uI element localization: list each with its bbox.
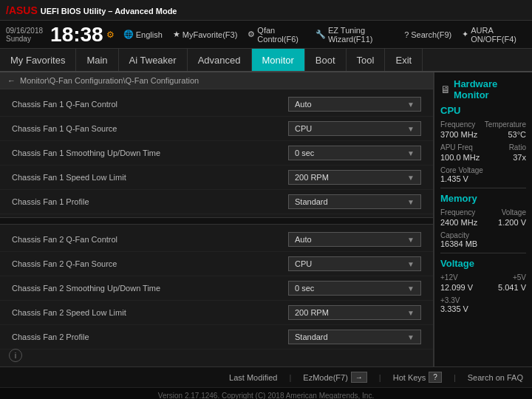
volt-33v-label: +3.3V	[440, 296, 526, 304]
top-bar: /ASUS UEFI BIOS Utility – Advanced Mode	[0, 0, 532, 21]
eztuning-button[interactable]: 🔧 EZ Tuning Wizard(F11)	[316, 26, 394, 44]
chevron-down-icon: ▼	[407, 100, 415, 109]
mem-freq-volt-values: 2400 MHz 1.200 V	[440, 218, 526, 230]
cf2-profile-dropdown[interactable]: Standard ▼	[288, 330, 421, 344]
time-display: 18:38	[50, 23, 103, 47]
hw-divider-1	[440, 188, 526, 188]
settings-group-2: Chassis Fan 2 Q-Fan Control Auto ▼ Chass…	[0, 225, 433, 352]
header-icons: 🌐 English ★ MyFavorite(F3) ⚙ Qfan Contro…	[123, 26, 526, 44]
cpu-apu-ratio-labels: APU Freq Ratio	[440, 143, 526, 151]
breadcrumb: ← Monitor\Q-Fan Configuration\Q-Fan Conf…	[0, 72, 433, 89]
nav-boot[interactable]: Boot	[305, 49, 347, 71]
nav-bar: My Favorites Main Ai Tweaker Advanced Mo…	[0, 49, 532, 72]
setting-cf1-qfan-control: Chassis Fan 1 Q-Fan Control Auto ▼	[0, 92, 433, 117]
cf2-smooth-dropdown[interactable]: 0 sec ▼	[288, 281, 421, 296]
settings-group-1: Chassis Fan 1 Q-Fan Control Auto ▼ Chass…	[0, 89, 433, 217]
setting-cf2-qfan-source: Chassis Fan 2 Q-Fan Source CPU ▼	[0, 252, 433, 276]
date-display: 09/16/2018 Sunday	[6, 27, 43, 43]
hardware-monitor-title: Hardware Monitor	[454, 78, 526, 100]
setting-cf1-profile: Chassis Fan 1 Profile Standard ▼	[0, 190, 433, 214]
nav-advanced[interactable]: Advanced	[188, 49, 252, 71]
voltage-section-title: Voltage	[440, 258, 526, 269]
nav-exit[interactable]: Exit	[385, 49, 423, 71]
footer: Version 2.17.1246. Copyright (C) 2018 Am…	[0, 387, 532, 399]
search-button[interactable]: ? Search(F9)	[404, 26, 451, 44]
qfan-icon: ⚙	[248, 30, 255, 39]
aura-button[interactable]: ✦ AURA ON/OFF(F4)	[462, 26, 526, 44]
nav-ai-tweaker[interactable]: Ai Tweaker	[119, 49, 188, 71]
chevron-down-icon: ▼	[407, 125, 415, 133]
settings-gear-icon[interactable]: ⚙	[106, 30, 115, 40]
star-icon: ★	[173, 30, 180, 39]
cpu-freq-temp-labels: Frequency Temperature	[440, 120, 526, 129]
setting-cf2-qfan-control: Chassis Fan 2 Q-Fan Control Auto ▼	[0, 228, 433, 252]
chevron-down-icon: ▼	[407, 236, 415, 244]
core-voltage-label: Core Voltage	[440, 166, 526, 174]
mem-capacity-value: 16384 MB	[440, 239, 526, 248]
mem-freq-volt-labels: Frequency Voltage	[440, 208, 526, 216]
core-voltage-value: 1.435 V	[440, 174, 526, 183]
cf2-qfan-source-dropdown[interactable]: CPU ▼	[288, 256, 421, 271]
section-divider	[0, 217, 433, 225]
language-button[interactable]: 🌐 English	[123, 26, 163, 44]
cf1-qfan-control-dropdown[interactable]: Auto ▼	[288, 97, 421, 112]
cf1-profile-dropdown[interactable]: Standard ▼	[288, 194, 421, 209]
setting-cf1-speed-low: Chassis Fan 1 Speed Low Limit 200 RPM ▼	[0, 166, 433, 190]
setting-cf2-smooth: Chassis Fan 2 Smoothing Up/Down Time 0 s…	[0, 276, 433, 301]
volt-12v-5v-labels: +12V +5V	[440, 273, 526, 282]
memory-section-title: Memory	[440, 193, 526, 204]
cpu-apu-ratio-values: 100.0 MHz 37x	[440, 153, 526, 165]
cf1-smooth-dropdown[interactable]: 0 sec ▼	[288, 146, 421, 160]
cf1-speed-low-dropdown[interactable]: 200 RPM ▼	[288, 170, 421, 185]
last-modified-item: Last Modified	[229, 373, 277, 382]
nav-main[interactable]: Main	[76, 49, 118, 71]
bios-title: UEFI BIOS Utility – Advanced Mode	[41, 7, 177, 16]
setting-cf2-speed-low: Chassis Fan 2 Speed Low Limit 200 RPM ▼	[0, 301, 433, 325]
myfavorites-button[interactable]: ★ MyFavorite(F3)	[173, 26, 238, 44]
cpu-freq-temp-values: 3700 MHz 53°C	[440, 130, 526, 142]
cf2-speed-low-dropdown[interactable]: 200 RPM ▼	[288, 305, 421, 320]
cf1-qfan-source-dropdown[interactable]: CPU ▼	[288, 121, 421, 136]
qfan-button[interactable]: ⚙ Qfan Control(F6)	[248, 26, 305, 44]
left-panel: ← Monitor\Q-Fan Configuration\Q-Fan Conf…	[0, 72, 434, 366]
cf2-qfan-control-dropdown[interactable]: Auto ▼	[288, 232, 421, 247]
nav-tool[interactable]: Tool	[347, 49, 386, 71]
back-arrow-icon[interactable]: ←	[7, 76, 16, 85]
hw-divider-2	[440, 253, 526, 253]
nav-my-favorites[interactable]: My Favorites	[0, 49, 76, 71]
asus-logo: /ASUS UEFI BIOS Utility – Advanced Mode	[6, 4, 177, 16]
chevron-down-icon: ▼	[407, 309, 415, 317]
search-faq-button[interactable]: Search on FAQ	[468, 373, 523, 382]
nav-monitor[interactable]: Monitor	[252, 49, 305, 71]
hardware-monitor-panel: 🖥 Hardware Monitor CPU Frequency Tempera…	[434, 72, 532, 366]
info-icon[interactable]: i	[9, 349, 22, 362]
chevron-down-icon: ▼	[407, 149, 415, 157]
setting-cf1-smooth: Chassis Fan 1 Smoothing Up/Down Time 0 s…	[0, 141, 433, 166]
volt-12v-5v-values: 12.099 V 5.041 V	[440, 283, 526, 295]
wrench-icon: 🔧	[316, 30, 326, 39]
chevron-down-icon: ▼	[407, 284, 415, 293]
chevron-down-icon: ▼	[407, 198, 415, 206]
setting-cf1-qfan-source: Chassis Fan 1 Q-Fan Source CPU ▼	[0, 117, 433, 141]
ez-mode-button[interactable]: EzMode(F7) →	[303, 372, 367, 383]
chevron-down-icon: ▼	[407, 260, 415, 268]
setting-cf2-profile: Chassis Fan 2 Profile Standard ▼	[0, 325, 433, 349]
header-row: 09/16/2018 Sunday 18:38 ⚙ 🌐 English ★ My…	[0, 21, 532, 49]
mem-capacity-label: Capacity	[440, 231, 526, 239]
monitor-screen-icon: 🖥	[440, 83, 451, 95]
hot-keys-key[interactable]: ?	[429, 372, 442, 383]
cpu-section-title: CPU	[440, 105, 526, 116]
aura-icon: ✦	[462, 30, 468, 39]
search-question-icon: ?	[404, 30, 409, 39]
language-globe-icon: 🌐	[123, 30, 134, 39]
main-content: ← Monitor\Q-Fan Configuration\Q-Fan Conf…	[0, 72, 532, 366]
bottom-bar: Last Modified | EzMode(F7) → | Hot Keys …	[0, 366, 532, 387]
ez-mode-key[interactable]: →	[351, 372, 367, 383]
volt-33v-value: 3.335 V	[440, 304, 526, 313]
chevron-down-icon: ▼	[407, 333, 415, 341]
chevron-down-icon: ▼	[407, 174, 415, 182]
hot-keys-item: Hot Keys ?	[393, 372, 442, 383]
